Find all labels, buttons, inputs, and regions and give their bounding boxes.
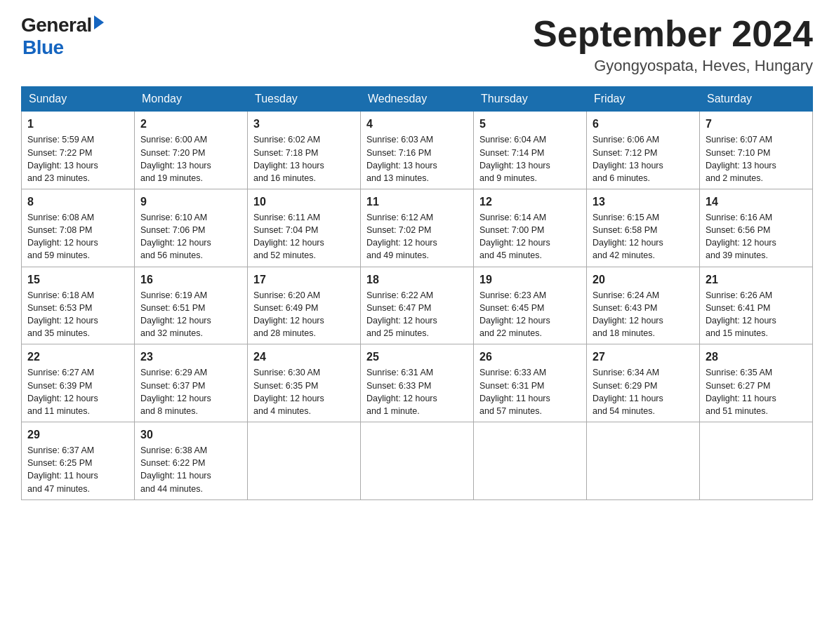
day-number: 11 [366, 194, 468, 210]
calendar-cell: 25Sunrise: 6:31 AMSunset: 6:33 PMDayligh… [361, 344, 474, 422]
calendar-cell: 5Sunrise: 6:04 AMSunset: 7:14 PMDaylight… [474, 112, 587, 189]
calendar-week-2: 8Sunrise: 6:08 AMSunset: 7:08 PMDaylight… [22, 189, 813, 267]
day-number: 8 [27, 194, 128, 210]
calendar-cell: 13Sunrise: 6:15 AMSunset: 6:58 PMDayligh… [587, 189, 700, 267]
calendar-week-1: 1Sunrise: 5:59 AMSunset: 7:22 PMDaylight… [22, 112, 813, 189]
day-number: 6 [593, 116, 694, 132]
header-cell-tuesday: Tuesday [248, 87, 361, 112]
calendar-header-row: SundayMondayTuesdayWednesdayThursdayFrid… [22, 87, 813, 112]
day-number: 24 [253, 349, 355, 365]
calendar-cell: 26Sunrise: 6:33 AMSunset: 6:31 PMDayligh… [474, 344, 587, 422]
header-cell-saturday: Saturday [700, 87, 813, 112]
header: General Blue September 2024 Gyongyospata… [21, 14, 813, 75]
calendar-cell: 30Sunrise: 6:38 AMSunset: 6:22 PMDayligh… [135, 422, 248, 499]
calendar-cell: 11Sunrise: 6:12 AMSunset: 7:02 PMDayligh… [361, 189, 474, 267]
logo: General Blue [21, 14, 104, 59]
day-number: 3 [253, 116, 355, 132]
calendar-cell: 24Sunrise: 6:30 AMSunset: 6:35 PMDayligh… [248, 344, 361, 422]
day-number: 26 [479, 349, 581, 365]
calendar-cell: 17Sunrise: 6:20 AMSunset: 6:49 PMDayligh… [248, 267, 361, 344]
day-number: 9 [140, 194, 241, 210]
day-number: 30 [140, 427, 241, 443]
day-number: 23 [140, 349, 241, 365]
calendar-cell: 21Sunrise: 6:26 AMSunset: 6:41 PMDayligh… [700, 267, 813, 344]
calendar-cell: 29Sunrise: 6:37 AMSunset: 6:25 PMDayligh… [22, 422, 135, 499]
calendar-cell [474, 422, 587, 499]
calendar-body: 1Sunrise: 5:59 AMSunset: 7:22 PMDaylight… [22, 112, 813, 499]
logo-general-text: General [21, 14, 92, 36]
day-number: 14 [706, 194, 807, 210]
calendar-cell: 20Sunrise: 6:24 AMSunset: 6:43 PMDayligh… [587, 267, 700, 344]
calendar-cell: 7Sunrise: 6:07 AMSunset: 7:10 PMDaylight… [700, 112, 813, 189]
day-number: 29 [27, 427, 128, 443]
calendar-cell: 6Sunrise: 6:06 AMSunset: 7:12 PMDaylight… [587, 112, 700, 189]
header-cell-thursday: Thursday [474, 87, 587, 112]
calendar-cell: 23Sunrise: 6:29 AMSunset: 6:37 PMDayligh… [135, 344, 248, 422]
header-cell-friday: Friday [587, 87, 700, 112]
calendar-cell: 14Sunrise: 6:16 AMSunset: 6:56 PMDayligh… [700, 189, 813, 267]
day-number: 15 [27, 271, 128, 288]
calendar-week-4: 22Sunrise: 6:27 AMSunset: 6:39 PMDayligh… [22, 344, 813, 422]
calendar-cell [361, 422, 474, 499]
calendar-cell: 15Sunrise: 6:18 AMSunset: 6:53 PMDayligh… [22, 267, 135, 344]
day-number: 25 [366, 349, 468, 365]
header-cell-monday: Monday [135, 87, 248, 112]
calendar-week-3: 15Sunrise: 6:18 AMSunset: 6:53 PMDayligh… [22, 267, 813, 344]
month-title: September 2024 [533, 14, 813, 54]
calendar-cell [700, 422, 813, 499]
day-number: 27 [593, 349, 694, 365]
logo-blue-text: Blue [22, 36, 104, 59]
title-area: September 2024 Gyongyospata, Heves, Hung… [533, 14, 813, 75]
day-number: 22 [27, 349, 128, 365]
calendar-cell: 2Sunrise: 6:00 AMSunset: 7:20 PMDaylight… [135, 112, 248, 189]
calendar-cell: 16Sunrise: 6:19 AMSunset: 6:51 PMDayligh… [135, 267, 248, 344]
calendar-cell: 22Sunrise: 6:27 AMSunset: 6:39 PMDayligh… [22, 344, 135, 422]
day-number: 28 [706, 349, 807, 365]
calendar-cell: 27Sunrise: 6:34 AMSunset: 6:29 PMDayligh… [587, 344, 700, 422]
header-cell-wednesday: Wednesday [361, 87, 474, 112]
calendar-cell: 18Sunrise: 6:22 AMSunset: 6:47 PMDayligh… [361, 267, 474, 344]
day-number: 7 [706, 116, 807, 132]
day-number: 4 [366, 116, 468, 132]
calendar-cell [587, 422, 700, 499]
header-cell-sunday: Sunday [22, 87, 135, 112]
calendar-week-5: 29Sunrise: 6:37 AMSunset: 6:25 PMDayligh… [22, 422, 813, 499]
day-number: 17 [253, 271, 355, 288]
day-number: 16 [140, 271, 241, 288]
day-number: 5 [479, 116, 581, 132]
day-number: 20 [593, 271, 694, 288]
day-number: 1 [27, 116, 128, 132]
day-number: 13 [593, 194, 694, 210]
day-number: 21 [706, 271, 807, 288]
calendar-cell [248, 422, 361, 499]
day-number: 10 [253, 194, 355, 210]
calendar-table: SundayMondayTuesdayWednesdayThursdayFrid… [21, 86, 813, 499]
logo-arrow-icon [94, 15, 104, 29]
calendar-cell: 9Sunrise: 6:10 AMSunset: 7:06 PMDaylight… [135, 189, 248, 267]
calendar-cell: 8Sunrise: 6:08 AMSunset: 7:08 PMDaylight… [22, 189, 135, 267]
day-number: 12 [479, 194, 581, 210]
location-title: Gyongyospata, Heves, Hungary [533, 57, 813, 75]
calendar-cell: 3Sunrise: 6:02 AMSunset: 7:18 PMDaylight… [248, 112, 361, 189]
calendar-cell: 4Sunrise: 6:03 AMSunset: 7:16 PMDaylight… [361, 112, 474, 189]
calendar-cell: 28Sunrise: 6:35 AMSunset: 6:27 PMDayligh… [700, 344, 813, 422]
calendar-cell: 12Sunrise: 6:14 AMSunset: 7:00 PMDayligh… [474, 189, 587, 267]
day-number: 2 [140, 116, 241, 132]
calendar-cell: 19Sunrise: 6:23 AMSunset: 6:45 PMDayligh… [474, 267, 587, 344]
calendar-cell: 10Sunrise: 6:11 AMSunset: 7:04 PMDayligh… [248, 189, 361, 267]
calendar-cell: 1Sunrise: 5:59 AMSunset: 7:22 PMDaylight… [22, 112, 135, 189]
day-number: 19 [479, 271, 581, 288]
day-number: 18 [366, 271, 468, 288]
